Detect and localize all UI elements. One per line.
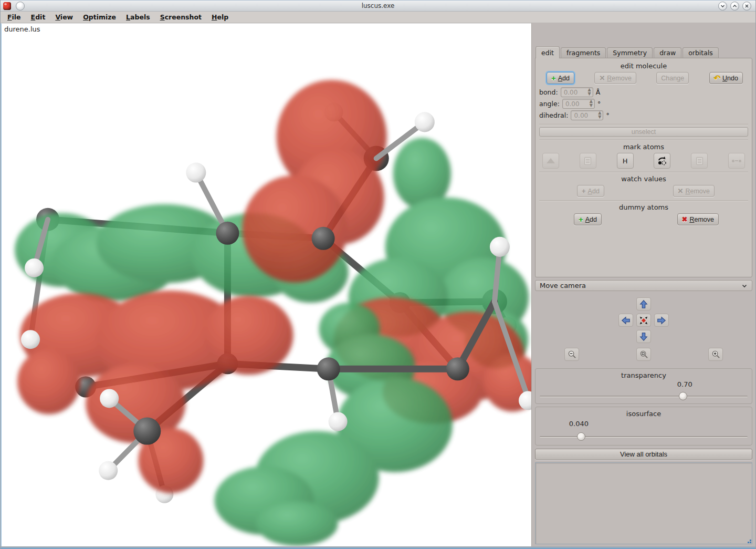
dummy-add-label: Add <box>585 216 597 223</box>
view-all-orbitals-button[interactable]: View all orbitals <box>535 449 752 460</box>
separator <box>539 140 748 141</box>
plus-icon: + <box>579 217 583 222</box>
change-atom-button[interactable]: Change <box>656 72 689 84</box>
edit-molecule-title: edit molecule <box>539 62 748 70</box>
dihedral-label: dihedral: <box>539 111 568 119</box>
hydrogen-button[interactable]: H <box>617 153 634 169</box>
tab-orbitals[interactable]: orbitals <box>682 47 719 58</box>
watch-values-title: watch values <box>539 175 748 183</box>
bond-icon[interactable] <box>728 153 745 169</box>
spinner-arrows-icon[interactable]: ▲▼ <box>588 88 591 96</box>
menu-file[interactable]: File <box>3 12 26 23</box>
carbon-atom <box>317 357 340 380</box>
rotate-glyph <box>657 156 667 166</box>
document-icon[interactable] <box>691 153 708 169</box>
watch-add-button[interactable]: + Add <box>577 185 604 197</box>
slider-knob[interactable] <box>679 392 687 400</box>
hydrogen-atom <box>415 112 435 132</box>
orbital-list-panel[interactable] <box>535 462 752 544</box>
left-arrow-icon <box>621 316 631 325</box>
x-icon: ✖ <box>682 215 688 223</box>
watch-add-label: Add <box>588 188 600 195</box>
right-arrow-icon <box>657 316 666 325</box>
unselect-button[interactable]: unselect <box>539 127 748 137</box>
menu-bar: File Edit View Optimize Labels Screensho… <box>1 12 755 23</box>
tab-edit[interactable]: edit <box>536 46 560 58</box>
dihedral-unit: ° <box>606 111 609 119</box>
move-camera-label: Move camera <box>540 282 586 289</box>
hydrogen-atom <box>100 389 119 408</box>
bond-label: bond: <box>539 88 558 96</box>
document-search-icon[interactable] <box>580 153 596 169</box>
center-view-icon <box>639 316 648 325</box>
move-camera-selector[interactable]: Move camera <box>535 280 752 291</box>
resize-grip[interactable] <box>746 538 751 543</box>
zoom-in-button[interactable] <box>708 348 723 361</box>
angle-unit: ° <box>597 100 601 108</box>
bond-spinbox[interactable]: 0.00 ▲▼ <box>561 87 593 97</box>
angle-spinbox[interactable]: 0.00 ▲▼ <box>562 99 595 109</box>
hydrogen-atom <box>99 461 118 480</box>
dummy-add-button[interactable]: + Add <box>574 213 602 225</box>
menu-help[interactable]: Help <box>207 12 234 23</box>
zoom-out-button[interactable] <box>564 348 579 361</box>
watch-remove-label: Remove <box>685 188 710 195</box>
molecule-orbital-render <box>2 24 531 546</box>
rotate-atoms-icon[interactable] <box>654 153 670 169</box>
undo-icon: ↶ <box>714 76 721 81</box>
camera-right-button[interactable] <box>654 314 669 327</box>
tab-symmetry[interactable]: Symmetry <box>607 47 653 58</box>
hydrogen-atom <box>25 258 44 277</box>
slider-knob[interactable] <box>577 432 585 441</box>
spinner-arrows-icon[interactable]: ▲▼ <box>598 111 601 119</box>
up-arrow-icon <box>639 299 648 309</box>
zoom-in-icon <box>711 350 720 359</box>
separator <box>539 200 748 201</box>
bond-value: 0.00 <box>564 89 578 96</box>
menu-labels[interactable]: Labels <box>121 12 155 23</box>
camera-up-button[interactable] <box>636 297 651 310</box>
x-icon: ✕ <box>599 76 605 81</box>
bond-unit: Å <box>596 88 601 96</box>
add-label: Add <box>558 75 570 82</box>
dummy-remove-button[interactable]: ✖ Remove <box>677 213 719 225</box>
hydrogen-atom <box>329 412 348 431</box>
dihedral-spinbox[interactable]: 0.00 ▲▼ <box>571 110 603 120</box>
camera-down-button[interactable] <box>636 330 651 343</box>
tab-fragments[interactable]: fragments <box>561 47 606 58</box>
down-arrow-icon <box>639 332 648 341</box>
angle-value: 0.00 <box>565 100 580 108</box>
change-label: Change <box>661 75 684 82</box>
watch-remove-button[interactable]: ✕ Remove <box>673 185 715 197</box>
carbon-atom <box>133 418 161 445</box>
zoom-out-icon <box>568 350 576 359</box>
plus-icon: + <box>551 76 556 81</box>
transparency-value: 0.70 <box>677 380 692 388</box>
camera-left-button[interactable] <box>618 314 633 327</box>
add-atom-button[interactable]: + Add <box>547 72 574 84</box>
carbon-atom <box>216 222 239 245</box>
undo-button[interactable]: ↶ Undo <box>709 72 743 84</box>
camera-center-button[interactable] <box>636 314 651 327</box>
dummy-remove-label: Remove <box>689 216 714 223</box>
menu-view[interactable]: View <box>50 12 78 23</box>
spinner-arrows-icon[interactable]: ▲▼ <box>590 99 593 108</box>
slider-track <box>540 396 748 397</box>
menu-screenshot[interactable]: Screenshot <box>155 12 207 23</box>
gl-viewport[interactable]: durene.lus <box>1 23 531 546</box>
carbon-atom <box>446 357 469 380</box>
isosurface-slider[interactable] <box>540 432 748 441</box>
transparency-title: transparency <box>540 371 748 379</box>
camera-pad <box>535 291 752 366</box>
zoom-reset-icon <box>639 350 648 359</box>
menu-optimize[interactable]: Optimize <box>78 12 121 23</box>
isosurface-group: isosurface 0.040 <box>535 407 752 446</box>
title-bar: luscus.exe <box>1 0 755 12</box>
hydrogen-atom <box>490 237 510 257</box>
tab-draw[interactable]: draw <box>654 47 681 58</box>
zoom-reset-button[interactable] <box>636 348 651 361</box>
transparency-slider[interactable] <box>540 392 748 400</box>
select-all-icon[interactable] <box>542 153 559 169</box>
remove-atom-button[interactable]: ✕ Remove <box>594 72 636 84</box>
menu-edit[interactable]: Edit <box>26 12 51 23</box>
